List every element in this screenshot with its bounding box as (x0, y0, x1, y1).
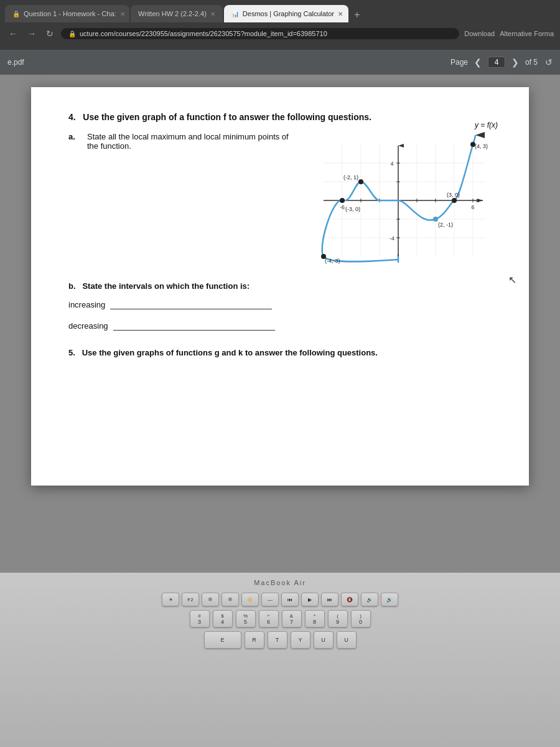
q4-part-a-text-side: a. State all the local maximum and local… (68, 132, 299, 158)
forward-button[interactable]: → (25, 27, 39, 40)
svg-text:(3, 0): (3, 0) (447, 192, 460, 198)
svg-text:(-3, 0): (-3, 0) (345, 206, 360, 212)
tab-hw-label: Written HW 2 (2.2-2.4) (138, 10, 207, 17)
svg-text:(-4,-3): (-4,-3) (325, 258, 340, 264)
increasing-label: increasing (68, 300, 105, 309)
number-key-row: # 3 $ 4 % 5 ^ 6 & 7 * 8 ( 9 ) 0 (190, 610, 371, 627)
cursor-indicator: ↖ (508, 274, 516, 286)
tab-bar: 🔒 Question 1 - Homework - Cha: ✕ Written… (0, 0, 560, 22)
key-f6[interactable]: — (261, 593, 279, 606)
q4-part-a-row: a. State all the local maximum and local… (68, 132, 498, 269)
svg-text:-4: -4 (390, 235, 394, 242)
pdf-page: 4. Use the given graph of a function f t… (31, 87, 529, 486)
key-f3[interactable]: ⊞ (202, 593, 219, 606)
key-e[interactable]: E (204, 631, 241, 649)
alternative-action[interactable]: Alternative Forma (500, 30, 554, 37)
prev-page-button[interactable]: ❮ (472, 56, 484, 68)
address-bar[interactable]: 🔒 ucture.com/courses/2230955/assignments… (61, 28, 459, 39)
svg-text:4: 4 (390, 161, 393, 167)
tab-desmos[interactable]: 📊 Desmos | Graphing Calculator ✕ (224, 5, 348, 22)
svg-text:(2, -1): (2, -1) (438, 222, 453, 228)
letter-key-row: E R T Y U U (204, 631, 357, 649)
reload-button[interactable]: ↺ (545, 57, 553, 67)
tab-question-close[interactable]: ✕ (120, 11, 125, 17)
next-page-button[interactable]: ❯ (509, 56, 521, 68)
keyboard-area: MacBook Air ☀ F2 ⊞ ⊞ 🔅 — ⏮ ▶ ⏭ 🔇 🔉 🔊 # 3… (0, 573, 560, 747)
macbook-label: MacBook Air (254, 579, 306, 586)
key-f10[interactable]: 🔇 (341, 593, 358, 606)
download-action[interactable]: Download (464, 30, 495, 37)
q5-text: Use the given graphs of functions g and … (82, 348, 378, 357)
increasing-line: increasing (68, 299, 498, 309)
key-9[interactable]: ( 9 (328, 610, 348, 627)
tab-hw[interactable]: Written HW 2 (2.2-2.4) ✕ (131, 5, 223, 22)
key-f2[interactable]: F2 (182, 593, 199, 606)
page-number-input[interactable] (488, 57, 505, 68)
key-8[interactable]: * 8 (305, 610, 325, 627)
tab-hw-close[interactable]: ✕ (210, 11, 215, 17)
graph-svg: -6 6 x 4 -4 (311, 132, 498, 269)
key-5[interactable]: % 5 (236, 610, 256, 627)
key-6[interactable]: ^ 6 (259, 610, 279, 627)
pdf-content-area: 4. Use the given graph of a function f t… (0, 75, 560, 573)
svg-text:-6: -6 (340, 204, 345, 210)
new-tab-button[interactable]: + (350, 7, 365, 22)
key-f12[interactable]: 🔊 (381, 593, 398, 606)
fn-key-row: ☀ F2 ⊞ ⊞ 🔅 — ⏮ ▶ ⏭ 🔇 🔉 🔊 (162, 593, 398, 606)
key-f4[interactable]: ⊞ (222, 593, 239, 606)
part-b-text: State the intervals on which the functio… (82, 281, 250, 291)
decreasing-answer-field[interactable] (113, 321, 275, 331)
pdf-toolbar: e.pdf Page ❮ ❯ of 5 ↺ (0, 50, 560, 75)
q4-header: 4. Use the given graph of a function f t… (68, 112, 498, 122)
tab-desmos-label: Desmos | Graphing Calculator (243, 10, 334, 17)
key-y[interactable]: Y (291, 631, 310, 649)
svg-text:6: 6 (471, 204, 474, 210)
q4-part-a-text: State all the local maximum and local mi… (87, 132, 299, 151)
key-0[interactable]: ) 0 (351, 610, 371, 627)
graph-container: y = f(x) (311, 132, 498, 269)
browser-actions: Download Alternative Forma (464, 30, 554, 37)
increasing-answer-field[interactable] (110, 299, 272, 309)
key-t[interactable]: T (268, 631, 287, 649)
key-f8[interactable]: ▶ (301, 593, 319, 606)
key-f5[interactable]: 🔅 (241, 593, 259, 606)
key-r[interactable]: R (245, 631, 264, 649)
back-button[interactable]: ← (6, 27, 20, 40)
tab-desmos-close[interactable]: ✕ (338, 11, 343, 17)
refresh-button[interactable]: ↻ (44, 27, 56, 40)
q5-number: 5. (68, 348, 75, 357)
graph-label: y = f(x) (475, 121, 498, 129)
key-f11[interactable]: 🔉 (361, 593, 378, 606)
q4-part-b: b. State the intervals on which the func… (68, 281, 498, 331)
key-3[interactable]: # 3 (190, 610, 210, 627)
svg-text:(-2, 1): (-2, 1) (343, 174, 358, 181)
svg-point-45 (433, 217, 438, 222)
total-pages: of 5 (525, 58, 538, 67)
key-u[interactable]: U (314, 631, 334, 649)
key-brightness-icon[interactable]: ☀ (162, 593, 179, 606)
svg-text:x: x (476, 197, 479, 204)
svg-text:(4, 3): (4, 3) (475, 143, 488, 149)
svg-point-35 (358, 179, 363, 184)
key-f7[interactable]: ⏮ (281, 593, 299, 606)
key-ii[interactable]: U (337, 631, 357, 649)
q4-part-b-header: b. State the intervals on which the func… (68, 281, 498, 291)
key-7[interactable]: & 7 (282, 610, 302, 627)
page-label: Page (450, 58, 468, 67)
svg-point-43 (340, 198, 345, 203)
key-f9[interactable]: ⏭ (321, 593, 338, 606)
pdf-page-nav: Page ❮ ❯ of 5 (450, 56, 538, 68)
key-4[interactable]: $ 4 (213, 610, 233, 627)
q4-part-a-label: a. (68, 132, 81, 151)
browser-frame: 🔒 Question 1 - Homework - Cha: ✕ Written… (0, 0, 560, 50)
q5-header: 5. Use the given graphs of functions g a… (68, 348, 498, 357)
decreasing-label: decreasing (68, 321, 108, 331)
q4-part-a: a. State all the local maximum and local… (68, 132, 299, 151)
pdf-filename: e.pdf (7, 58, 24, 67)
q4-number: 4. (68, 112, 76, 122)
tab-question[interactable]: 🔒 Question 1 - Homework - Cha: ✕ (5, 5, 129, 22)
decreasing-line: decreasing (68, 321, 498, 331)
q4-text: Use the given graph of a function f to a… (83, 112, 371, 122)
address-bar-row: ← → ↻ 🔒 ucture.com/courses/2230955/assig… (0, 22, 560, 45)
lock-icon: 🔒 (68, 31, 76, 37)
